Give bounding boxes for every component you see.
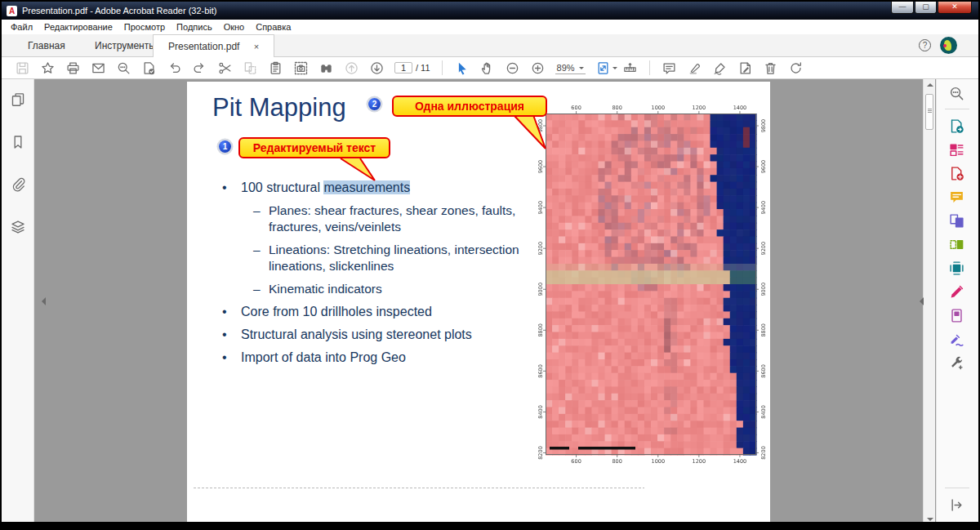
compress-pdf-icon[interactable] xyxy=(949,261,964,276)
organize-pages-icon[interactable] xyxy=(949,237,964,252)
menu-item-3[interactable]: Просмотр xyxy=(118,22,171,32)
document-workspace: Pit Mapping 2 Одна иллюстрация 1 Редакти… xyxy=(2,79,978,525)
main-toolbar: 1/ 1189% xyxy=(2,57,978,79)
bookmarks-icon[interactable] xyxy=(11,135,25,149)
expand-panel-icon[interactable] xyxy=(949,497,964,513)
comment-icon[interactable] xyxy=(662,61,676,75)
clipboard-icon[interactable] xyxy=(269,61,283,75)
pit-map-heatmap xyxy=(533,101,768,469)
comment-tool-icon[interactable] xyxy=(949,189,964,205)
tab-home[interactable]: Главная xyxy=(13,34,80,57)
menu-item-5[interactable]: Окно xyxy=(218,22,251,32)
certificates-icon[interactable] xyxy=(949,332,964,347)
create-pdf-icon[interactable] xyxy=(949,166,964,181)
menu-item-2[interactable]: Редактирование xyxy=(38,22,118,32)
fit-page-caret-icon[interactable] xyxy=(612,67,617,72)
highlighter-icon[interactable] xyxy=(688,61,702,75)
scroll-up-arrow[interactable] xyxy=(927,83,933,87)
callout-2-number-badge: 2 xyxy=(368,98,381,110)
edit-page-icon[interactable] xyxy=(738,61,752,75)
left-panel-rail xyxy=(2,79,34,525)
trash-icon[interactable] xyxy=(764,61,777,75)
search-plus-icon[interactable] xyxy=(117,61,131,75)
menu-item-1[interactable]: Файл xyxy=(5,22,38,32)
bullet-item: •Import of data into Prog Geo xyxy=(218,350,561,366)
bullet-item: •Core from 10 drillholes inspected xyxy=(218,304,561,320)
attachments-icon[interactable] xyxy=(11,177,25,192)
close-button[interactable]: ✕ xyxy=(938,2,972,14)
more-tools-icon[interactable] xyxy=(949,355,964,371)
find-icon[interactable] xyxy=(949,86,964,101)
combine-files-icon[interactable] xyxy=(949,213,964,229)
tab-document[interactable]: Presentation.pdf × xyxy=(153,34,274,57)
bottom-bar xyxy=(2,522,978,528)
menu-item-4[interactable]: Подпись xyxy=(171,22,218,32)
acrobat-app-icon: A xyxy=(7,6,17,16)
vertical-scrollbar[interactable] xyxy=(923,79,935,525)
callout-illustration: Одна иллюстрация xyxy=(392,96,547,117)
callout-1-number-badge: 1 xyxy=(219,140,231,153)
cut-icon[interactable] xyxy=(218,61,232,75)
callout-editable-text-tail xyxy=(337,157,380,185)
bullet-item: •100 structural measurements xyxy=(218,180,561,196)
page-total: / 11 xyxy=(416,63,430,73)
bullet-item: •Structural analysis using stereonet plo… xyxy=(218,327,561,343)
layers-icon[interactable] xyxy=(11,220,25,234)
scrollbar-thumb[interactable] xyxy=(925,94,933,130)
page-thumbnails-icon[interactable] xyxy=(11,92,25,107)
acrobat-window: A Presentation.pdf - Adobe Acrobat Reade… xyxy=(0,0,980,530)
slide-footer-dashed-line xyxy=(194,488,644,488)
undo-icon[interactable] xyxy=(167,61,181,75)
menu-item-6[interactable]: Справка xyxy=(250,22,296,32)
zoom-in-icon[interactable] xyxy=(531,61,545,75)
tab-close-icon[interactable]: × xyxy=(254,42,259,51)
fill-sign-icon[interactable] xyxy=(949,284,964,300)
callout-illustration-tail xyxy=(510,114,550,151)
window-title: Presentation.pdf - Adobe Acrobat Reader … xyxy=(22,6,216,16)
paste-icon[interactable] xyxy=(243,61,257,75)
pdf-page: Pit Mapping 2 Одна иллюстрация 1 Редакти… xyxy=(187,82,770,525)
zoom-level-control[interactable]: 89% xyxy=(555,62,586,74)
right-panel-collapse-arrow[interactable] xyxy=(915,297,924,305)
slide-bullet-list: •100 structural measurements–Planes: she… xyxy=(218,180,561,372)
zoom-level-value: 89% xyxy=(557,63,575,73)
measure-icon[interactable] xyxy=(623,61,637,75)
zoom-caret-icon[interactable] xyxy=(579,67,584,72)
page-current[interactable]: 1 xyxy=(394,62,412,73)
arrow-up-circle-icon[interactable] xyxy=(345,61,359,75)
menu-bar: ФайлРедактированиеПросмотрПодписьОкноСпр… xyxy=(2,20,978,34)
hand-icon[interactable] xyxy=(480,61,494,75)
right-tools-rail xyxy=(936,79,978,525)
print-icon[interactable] xyxy=(66,61,80,75)
doc-check-icon[interactable] xyxy=(142,61,156,75)
maximize-button[interactable]: ▢ xyxy=(915,2,937,14)
scroll-down-arrow[interactable] xyxy=(927,518,933,521)
export-pdf-icon[interactable] xyxy=(949,118,964,134)
save-icon[interactable] xyxy=(16,61,29,75)
binoculars-icon[interactable] xyxy=(319,61,333,75)
star-icon[interactable] xyxy=(41,61,55,75)
edit-pdf-icon[interactable] xyxy=(949,142,964,158)
arrow-down-circle-icon[interactable] xyxy=(370,61,384,75)
page-number-field[interactable]: 1/ 11 xyxy=(394,62,430,73)
tab-bar: Главная Инструменты Presentation.pdf × ? xyxy=(2,34,978,57)
help-icon[interactable]: ? xyxy=(919,39,931,51)
tab-document-label: Presentation.pdf xyxy=(168,41,239,52)
callout-editable-text: Редактируемый текст xyxy=(238,137,390,158)
redo-icon[interactable] xyxy=(193,61,207,75)
bullet-item: –Kinematic indicators xyxy=(253,281,561,297)
title-bar: A Presentation.pdf - Adobe Acrobat Reade… xyxy=(2,2,978,20)
rotate-icon[interactable] xyxy=(789,61,803,75)
document-area: Pit Mapping 2 Одна иллюстрация 1 Редакти… xyxy=(35,79,923,525)
bullet-item: –Lineations: Stretching lineations, inte… xyxy=(253,242,561,274)
protect-icon[interactable] xyxy=(949,308,964,323)
mail-icon[interactable] xyxy=(91,61,105,75)
select-cursor-icon[interactable] xyxy=(455,61,469,75)
bullet-item: –Planes: shear fractures, shear zones, f… xyxy=(253,203,561,235)
user-avatar[interactable] xyxy=(940,37,957,54)
snapshot-icon[interactable] xyxy=(294,61,308,75)
sign-pen-icon[interactable] xyxy=(713,61,727,75)
zoom-out-icon[interactable] xyxy=(506,61,519,75)
minimize-button[interactable]: — xyxy=(891,2,914,14)
fit-page-icon[interactable] xyxy=(596,61,610,75)
